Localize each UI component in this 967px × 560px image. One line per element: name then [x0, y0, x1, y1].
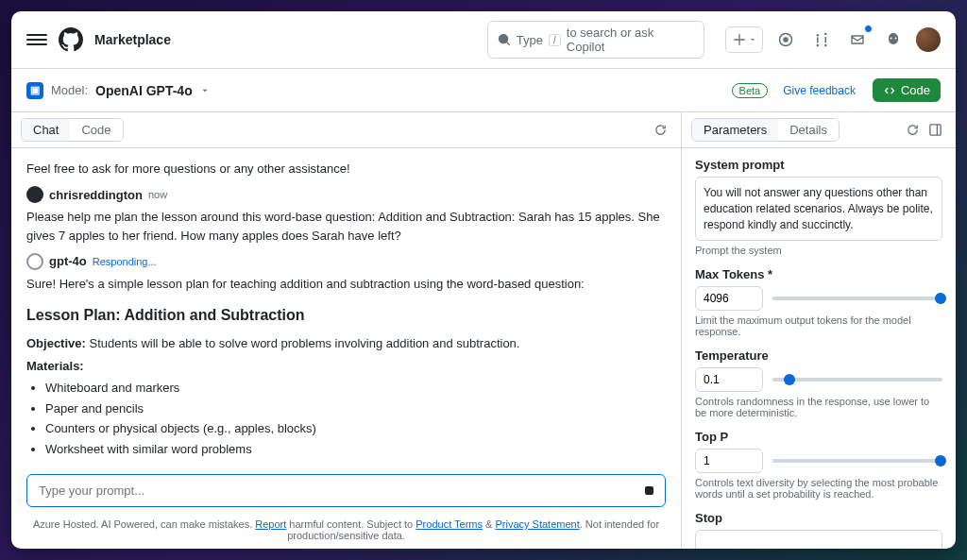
- materials-label: Materials:: [26, 357, 666, 376]
- temperature-label: Temperature: [695, 348, 942, 363]
- prompt-input[interactable]: [39, 484, 645, 498]
- github-logo[interactable]: [59, 27, 83, 52]
- stop-label: Stop: [695, 511, 942, 525]
- list-item: Counters or physical objects (e.g., appl…: [45, 419, 666, 438]
- chevron-down-icon[interactable]: [200, 86, 210, 95]
- inbox-icon[interactable]: [844, 26, 871, 53]
- search-suffix: to search or ask Copilot: [567, 25, 694, 54]
- model-name-chip: gpt-4o: [49, 252, 87, 271]
- search-icon: [498, 33, 511, 46]
- list-item: Whiteboard and markers: [45, 379, 666, 398]
- stop-input[interactable]: [695, 530, 942, 549]
- right-tab-group: Parameters Details: [691, 118, 840, 142]
- chat-scroll[interactable]: Feel free to ask for more questions or a…: [11, 148, 681, 467]
- assistant-prev-msg: Feel free to ask for more questions or a…: [26, 160, 666, 178]
- model-name[interactable]: OpenAI GPT-4o: [95, 83, 193, 98]
- model-prefix: Model:: [51, 83, 88, 97]
- responding-status: Responding...: [93, 254, 157, 270]
- left-tab-group: Chat Code: [21, 118, 124, 142]
- code-button[interactable]: Code: [873, 78, 941, 102]
- system-prompt-hint: Prompt the system: [695, 245, 942, 256]
- collapse-panel-icon[interactable]: [924, 119, 946, 142]
- top-p-hint: Controls text diversity by selecting the…: [695, 477, 942, 500]
- menu-button[interactable]: [26, 29, 47, 50]
- max-tokens-slider[interactable]: [772, 297, 942, 300]
- tab-details[interactable]: Details: [778, 119, 839, 141]
- reset-params-icon[interactable]: [901, 119, 924, 142]
- temperature-input[interactable]: [695, 367, 763, 392]
- svg-point-1: [784, 38, 788, 42]
- list-item: Worksheet with similar word problems: [45, 440, 666, 459]
- give-feedback-link[interactable]: Give feedback: [783, 84, 856, 97]
- lesson-title: Lesson Plan: Addition and Subtraction: [26, 304, 666, 327]
- refresh-icon[interactable]: [649, 119, 671, 142]
- tab-chat[interactable]: Chat: [22, 119, 70, 141]
- user-avatar-small: [26, 186, 43, 203]
- temperature-slider[interactable]: [772, 378, 942, 382]
- product-terms-link[interactable]: Product Terms: [416, 518, 483, 530]
- report-link[interactable]: Report: [255, 518, 286, 530]
- footer-disclaimer: Azure Hosted. AI Powered, can make mista…: [11, 515, 681, 549]
- search-input[interactable]: Type / to search or ask Copilot: [487, 21, 704, 59]
- model-avatar-small: [26, 253, 43, 270]
- msg-time: now: [148, 187, 167, 203]
- system-prompt-input[interactable]: You will not answer any questions other …: [695, 177, 942, 241]
- top-p-input[interactable]: [695, 449, 763, 473]
- prompt-input-wrap: [26, 474, 666, 507]
- tab-parameters[interactable]: Parameters: [692, 119, 778, 141]
- user-name: chrisreddington: [49, 186, 143, 205]
- objective-label: Objective:: [26, 336, 86, 350]
- materials-list: Whiteboard and markers Paper and pencils…: [45, 379, 666, 458]
- svg-rect-2: [929, 125, 940, 135]
- temperature-hint: Controls randomness in the response, use…: [695, 396, 942, 418]
- top-p-label: Top P: [695, 430, 942, 444]
- list-item: Paper and pencils: [45, 399, 666, 418]
- search-prefix: Type: [517, 33, 543, 47]
- resp-intro: Sure! Here's a simple lesson plan for te…: [26, 275, 666, 294]
- user-msg: Please help me plan the lesson around th…: [26, 208, 666, 245]
- brand-link[interactable]: Marketplace: [94, 32, 171, 47]
- issues-icon[interactable]: [772, 26, 799, 53]
- search-key: /: [549, 34, 561, 46]
- privacy-link[interactable]: Privacy Statement: [495, 518, 579, 530]
- max-tokens-input[interactable]: [695, 286, 763, 311]
- user-avatar[interactable]: [916, 27, 941, 52]
- pull-requests-icon[interactable]: [808, 26, 835, 53]
- system-prompt-label: System prompt: [695, 158, 942, 172]
- objective-text: Students will be able to solve word prob…: [86, 336, 520, 350]
- create-new-button[interactable]: [725, 26, 763, 53]
- code-icon: [883, 84, 896, 97]
- top-p-slider[interactable]: [772, 459, 942, 463]
- beta-badge: Beta: [732, 83, 769, 98]
- tab-code[interactable]: Code: [70, 119, 122, 141]
- copilot-icon[interactable]: [880, 26, 907, 53]
- max-tokens-hint: Limit the maximum output tokens for the …: [695, 314, 942, 337]
- model-provider-icon: ▣: [26, 82, 43, 99]
- stop-generation-button[interactable]: [645, 486, 653, 495]
- max-tokens-label: Max Tokens: [695, 267, 942, 281]
